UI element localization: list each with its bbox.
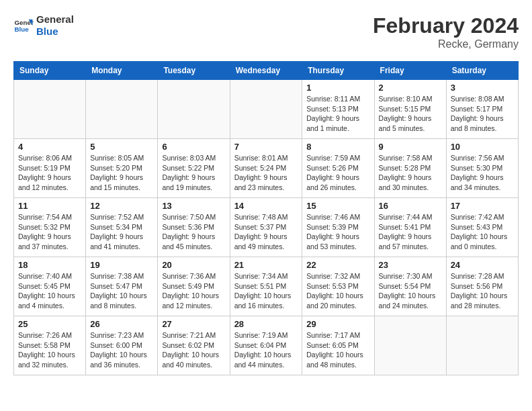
calendar-cell: [86, 80, 158, 139]
day-of-week-header: Thursday: [302, 62, 374, 80]
logo-text-line1: General: [36, 13, 74, 26]
day-info: Sunrise: 8:06 AM Sunset: 5:19 PM Dayligh…: [18, 153, 81, 193]
calendar-cell: 13Sunrise: 7:50 AM Sunset: 5:36 PM Dayli…: [158, 198, 230, 257]
location: Recke, Germany: [373, 38, 519, 50]
calendar-cell: 25Sunrise: 7:26 AM Sunset: 5:58 PM Dayli…: [14, 316, 86, 375]
calendar-cell: 15Sunrise: 7:46 AM Sunset: 5:39 PM Dayli…: [302, 198, 374, 257]
day-number: 14: [234, 201, 298, 211]
calendar-cell: [230, 80, 302, 139]
day-info: Sunrise: 7:34 AM Sunset: 5:51 PM Dayligh…: [234, 271, 298, 311]
calendar-cell: 7Sunrise: 8:01 AM Sunset: 5:24 PM Daylig…: [230, 139, 302, 198]
calendar-cell: 11Sunrise: 7:54 AM Sunset: 5:32 PM Dayli…: [14, 198, 86, 257]
day-of-week-header: Friday: [374, 62, 446, 80]
day-number: 28: [234, 319, 298, 329]
day-number: 23: [379, 260, 442, 270]
calendar-cell: 18Sunrise: 7:40 AM Sunset: 5:45 PM Dayli…: [14, 257, 86, 316]
day-of-week-header: Wednesday: [230, 62, 302, 80]
calendar-cell: 27Sunrise: 7:21 AM Sunset: 6:02 PM Dayli…: [158, 316, 230, 375]
day-number: 22: [306, 260, 369, 270]
day-info: Sunrise: 7:40 AM Sunset: 5:45 PM Dayligh…: [18, 271, 81, 311]
day-number: 24: [451, 260, 514, 270]
day-of-week-header: Monday: [86, 62, 158, 80]
calendar-cell: 2Sunrise: 8:10 AM Sunset: 5:15 PM Daylig…: [374, 80, 446, 139]
month-year: February 2024: [373, 13, 519, 38]
calendar-cell: 22Sunrise: 7:32 AM Sunset: 5:53 PM Dayli…: [302, 257, 374, 316]
day-number: 8: [306, 142, 369, 152]
day-info: Sunrise: 7:32 AM Sunset: 5:53 PM Dayligh…: [306, 271, 369, 311]
day-info: Sunrise: 8:08 AM Sunset: 5:17 PM Dayligh…: [451, 94, 514, 134]
day-number: 12: [90, 201, 153, 211]
day-info: Sunrise: 7:50 AM Sunset: 5:36 PM Dayligh…: [162, 212, 225, 252]
day-number: 25: [18, 319, 81, 329]
day-number: 15: [306, 201, 369, 211]
calendar-cell: 24Sunrise: 7:28 AM Sunset: 5:56 PM Dayli…: [446, 257, 518, 316]
calendar-cell: 21Sunrise: 7:34 AM Sunset: 5:51 PM Dayli…: [230, 257, 302, 316]
day-info: Sunrise: 8:01 AM Sunset: 5:24 PM Dayligh…: [234, 153, 298, 193]
calendar-cell: 20Sunrise: 7:36 AM Sunset: 5:49 PM Dayli…: [158, 257, 230, 316]
day-info: Sunrise: 7:30 AM Sunset: 5:54 PM Dayligh…: [379, 271, 442, 311]
day-info: Sunrise: 8:05 AM Sunset: 5:20 PM Dayligh…: [90, 153, 153, 193]
day-number: 29: [306, 319, 369, 329]
day-number: 3: [451, 83, 514, 93]
day-number: 6: [162, 142, 225, 152]
day-of-week-header: Tuesday: [158, 62, 230, 80]
day-info: Sunrise: 7:46 AM Sunset: 5:39 PM Dayligh…: [306, 212, 369, 252]
day-number: 27: [162, 319, 225, 329]
day-info: Sunrise: 7:17 AM Sunset: 6:05 PM Dayligh…: [306, 330, 369, 370]
day-info: Sunrise: 7:28 AM Sunset: 5:56 PM Dayligh…: [451, 271, 514, 311]
title-area: February 2024 Recke, Germany: [373, 13, 519, 50]
day-info: Sunrise: 7:58 AM Sunset: 5:28 PM Dayligh…: [379, 153, 442, 193]
calendar-cell: 9Sunrise: 7:58 AM Sunset: 5:28 PM Daylig…: [374, 139, 446, 198]
day-info: Sunrise: 7:42 AM Sunset: 5:43 PM Dayligh…: [451, 212, 514, 252]
day-number: 16: [379, 201, 442, 211]
day-number: 9: [379, 142, 442, 152]
calendar-cell: [158, 80, 230, 139]
calendar-cell: 19Sunrise: 7:38 AM Sunset: 5:47 PM Dayli…: [86, 257, 158, 316]
day-number: 21: [234, 260, 298, 270]
calendar-cell: 17Sunrise: 7:42 AM Sunset: 5:43 PM Dayli…: [446, 198, 518, 257]
day-info: Sunrise: 8:03 AM Sunset: 5:22 PM Dayligh…: [162, 153, 225, 193]
day-info: Sunrise: 7:36 AM Sunset: 5:49 PM Dayligh…: [162, 271, 225, 311]
svg-text:Blue: Blue: [15, 26, 30, 33]
day-number: 7: [234, 142, 298, 152]
calendar-cell: 14Sunrise: 7:48 AM Sunset: 5:37 PM Dayli…: [230, 198, 302, 257]
day-number: 10: [451, 142, 514, 152]
day-of-week-header: Sunday: [14, 62, 86, 80]
day-info: Sunrise: 7:52 AM Sunset: 5:34 PM Dayligh…: [90, 212, 153, 252]
calendar-cell: 16Sunrise: 7:44 AM Sunset: 5:41 PM Dayli…: [374, 198, 446, 257]
calendar-cell: 4Sunrise: 8:06 AM Sunset: 5:19 PM Daylig…: [14, 139, 86, 198]
day-info: Sunrise: 7:44 AM Sunset: 5:41 PM Dayligh…: [379, 212, 442, 252]
calendar-cell: 1Sunrise: 8:11 AM Sunset: 5:13 PM Daylig…: [302, 80, 374, 139]
calendar: SundayMondayTuesdayWednesdayThursdayFrid…: [13, 61, 519, 375]
logo: General Blue General Blue: [13, 13, 74, 38]
calendar-cell: 5Sunrise: 8:05 AM Sunset: 5:20 PM Daylig…: [86, 139, 158, 198]
day-info: Sunrise: 7:56 AM Sunset: 5:30 PM Dayligh…: [451, 153, 514, 193]
day-number: 13: [162, 201, 225, 211]
day-number: 17: [451, 201, 514, 211]
day-number: 2: [379, 83, 442, 93]
day-number: 1: [306, 83, 369, 93]
calendar-cell: 23Sunrise: 7:30 AM Sunset: 5:54 PM Dayli…: [374, 257, 446, 316]
calendar-cell: 10Sunrise: 7:56 AM Sunset: 5:30 PM Dayli…: [446, 139, 518, 198]
logo-icon: General Blue: [13, 15, 34, 36]
calendar-cell: [374, 316, 446, 375]
day-number: 18: [18, 260, 81, 270]
day-number: 19: [90, 260, 153, 270]
day-number: 4: [18, 142, 81, 152]
calendar-cell: [446, 316, 518, 375]
day-info: Sunrise: 7:26 AM Sunset: 5:58 PM Dayligh…: [18, 330, 81, 370]
day-info: Sunrise: 8:10 AM Sunset: 5:15 PM Dayligh…: [379, 94, 442, 134]
calendar-cell: 26Sunrise: 7:23 AM Sunset: 6:00 PM Dayli…: [86, 316, 158, 375]
calendar-cell: 6Sunrise: 8:03 AM Sunset: 5:22 PM Daylig…: [158, 139, 230, 198]
day-info: Sunrise: 8:11 AM Sunset: 5:13 PM Dayligh…: [306, 94, 369, 134]
day-info: Sunrise: 7:54 AM Sunset: 5:32 PM Dayligh…: [18, 212, 81, 252]
day-info: Sunrise: 7:21 AM Sunset: 6:02 PM Dayligh…: [162, 330, 225, 370]
header: General Blue General Blue February 2024 …: [13, 13, 519, 50]
day-info: Sunrise: 7:48 AM Sunset: 5:37 PM Dayligh…: [234, 212, 298, 252]
calendar-cell: 8Sunrise: 7:59 AM Sunset: 5:26 PM Daylig…: [302, 139, 374, 198]
calendar-cell: [14, 80, 86, 139]
calendar-cell: 28Sunrise: 7:19 AM Sunset: 6:04 PM Dayli…: [230, 316, 302, 375]
day-of-week-header: Saturday: [446, 62, 518, 80]
calendar-cell: 12Sunrise: 7:52 AM Sunset: 5:34 PM Dayli…: [86, 198, 158, 257]
logo-text-line2: Blue: [36, 26, 74, 38]
